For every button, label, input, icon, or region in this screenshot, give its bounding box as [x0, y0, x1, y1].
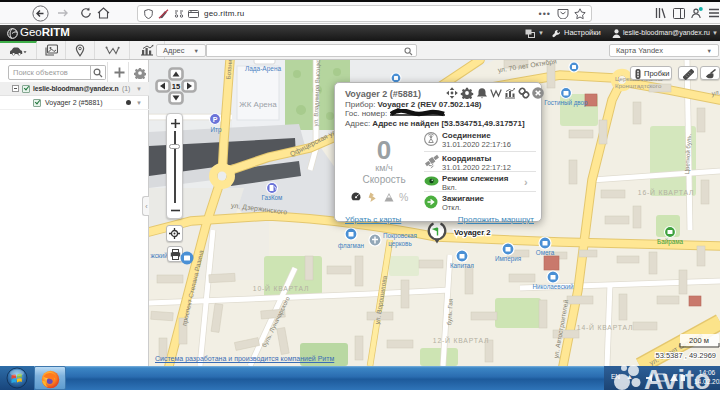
- svg-text:%: %: [399, 191, 408, 203]
- svg-text:16-Й КВАРТАЛ: 16-Й КВАРТАЛ: [638, 188, 694, 196]
- svg-text:15: 15: [172, 82, 180, 91]
- svg-text:P: P: [213, 116, 218, 123]
- svg-text:буль. Гая: буль. Гая: [445, 299, 453, 326]
- svg-text:флагман: флагман: [338, 242, 364, 250]
- svg-text:Капитал: Капитал: [450, 262, 474, 269]
- svg-text:200 м: 200 м: [689, 336, 709, 345]
- svg-text:14-Й КВАРТАЛ: 14-Й КВАРТАЛ: [577, 323, 633, 331]
- svg-text:12-Й КВАРТАЛ: 12-Й КВАРТАЛ: [433, 336, 489, 344]
- svg-text:церковь: церковь: [388, 240, 412, 248]
- svg-text:Омега: Омега: [536, 249, 555, 256]
- svg-text:ГазКом: ГазКом: [262, 194, 283, 201]
- svg-text:Покровская: Покровская: [383, 232, 417, 240]
- svg-text:Лада-Арена: Лада-Арена: [245, 65, 282, 73]
- svg-text:жский: жский: [150, 252, 168, 259]
- svg-text:Кронштадтского: Кронштадтского: [615, 82, 662, 89]
- svg-text:Империя: Империя: [495, 255, 521, 263]
- svg-text:ЖК Арена: ЖК Арена: [239, 100, 277, 109]
- svg-text:Итр: Итр: [211, 126, 222, 134]
- svg-text:Гостиный двор: Гостиный двор: [544, 99, 588, 107]
- svg-text:Avito: Avito: [644, 365, 711, 393]
- svg-text:Voyager 2: Voyager 2: [454, 228, 491, 237]
- svg-text:53.5387 , 49.2969: 53.5387 , 49.2969: [656, 351, 716, 360]
- svg-text:Байрама: Байрама: [657, 238, 683, 246]
- svg-text:Николаевский: Николаевский: [532, 283, 574, 290]
- svg-text:10-Й КВАРТАЛ: 10-Й КВАРТАЛ: [253, 284, 309, 292]
